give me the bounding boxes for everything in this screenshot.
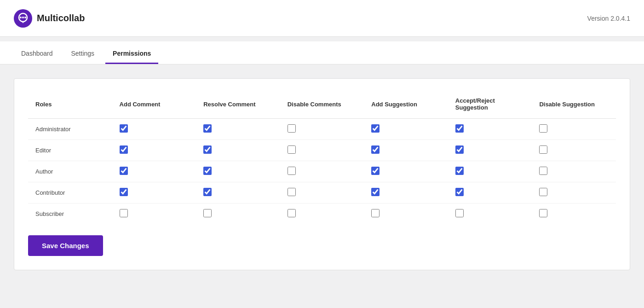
perm-cell-contributor-add_comment xyxy=(112,182,196,203)
checkbox-subscriber-disable_suggestion[interactable] xyxy=(539,209,547,217)
permissions-card: Roles Add Comment Resolve Comment Disabl… xyxy=(14,78,630,270)
checkbox-administrator-disable_suggestion[interactable] xyxy=(539,124,547,133)
checkbox-administrator-accept_reject_suggestion[interactable] xyxy=(455,124,464,133)
checkbox-author-accept_reject_suggestion[interactable] xyxy=(455,167,464,175)
checkbox-author-resolve_comment[interactable] xyxy=(203,167,212,175)
checkbox-administrator-resolve_comment[interactable] xyxy=(203,124,212,133)
perm-cell-administrator-accept_reject_suggestion xyxy=(448,119,532,140)
perm-cell-contributor-disable_suggestion xyxy=(532,182,616,203)
checkbox-editor-accept_reject_suggestion[interactable] xyxy=(455,145,464,154)
checkbox-subscriber-resolve_comment[interactable] xyxy=(203,209,212,217)
checkbox-contributor-add_comment[interactable] xyxy=(120,188,128,196)
table-row: Contributor xyxy=(28,182,616,203)
perm-cell-editor-accept_reject_suggestion xyxy=(448,140,532,161)
tab-settings[interactable]: Settings xyxy=(64,44,102,64)
checkbox-editor-disable_suggestion[interactable] xyxy=(539,145,547,154)
perm-cell-author-disable_comments xyxy=(280,161,364,182)
svg-point-3 xyxy=(22,17,24,18)
checkbox-subscriber-add_suggestion[interactable] xyxy=(371,209,380,217)
perm-cell-administrator-add_comment xyxy=(112,119,196,140)
checkbox-contributor-add_suggestion[interactable] xyxy=(371,188,380,196)
perm-cell-contributor-accept_reject_suggestion xyxy=(448,182,532,203)
permissions-table: Roles Add Comment Resolve Comment Disabl… xyxy=(28,93,616,224)
save-changes-button[interactable]: Save Changes xyxy=(28,235,103,256)
perm-cell-editor-resolve_comment xyxy=(196,140,280,161)
checkbox-author-add_suggestion[interactable] xyxy=(371,167,380,175)
table-row: Administrator xyxy=(28,119,616,140)
checkbox-contributor-disable_comments[interactable] xyxy=(288,188,296,196)
checkbox-editor-add_suggestion[interactable] xyxy=(371,145,380,154)
logo-container: Multicollab xyxy=(14,9,85,28)
col-header-add-comment: Add Comment xyxy=(112,93,196,119)
checkbox-contributor-disable_suggestion[interactable] xyxy=(539,188,547,196)
svg-point-2 xyxy=(20,17,22,18)
perm-cell-author-add_comment xyxy=(112,161,196,182)
perm-cell-subscriber-accept_reject_suggestion xyxy=(448,203,532,225)
table-row: Author xyxy=(28,161,616,182)
checkbox-contributor-resolve_comment[interactable] xyxy=(203,188,212,196)
tab-dashboard[interactable]: Dashboard xyxy=(14,44,60,64)
perm-cell-administrator-add_suggestion xyxy=(364,119,448,140)
role-label-author: Author xyxy=(28,161,112,182)
checkbox-author-disable_comments[interactable] xyxy=(288,167,296,175)
perm-cell-contributor-disable_comments xyxy=(280,182,364,203)
col-header-resolve-comment: Resolve Comment xyxy=(196,93,280,119)
checkbox-administrator-add_suggestion[interactable] xyxy=(371,124,380,133)
perm-cell-author-disable_suggestion xyxy=(532,161,616,182)
table-row: Subscriber xyxy=(28,203,616,225)
checkbox-subscriber-accept_reject_suggestion[interactable] xyxy=(455,209,464,217)
perm-cell-subscriber-disable_comments xyxy=(280,203,364,225)
col-header-add-suggestion: Add Suggestion xyxy=(364,93,448,119)
checkbox-editor-disable_comments[interactable] xyxy=(288,145,296,154)
checkbox-editor-resolve_comment[interactable] xyxy=(203,145,212,154)
perm-cell-editor-disable_suggestion xyxy=(532,140,616,161)
checkbox-subscriber-disable_comments[interactable] xyxy=(288,209,296,217)
perm-cell-subscriber-add_comment xyxy=(112,203,196,225)
perm-cell-author-add_suggestion xyxy=(364,161,448,182)
checkbox-contributor-accept_reject_suggestion[interactable] xyxy=(455,188,464,196)
perm-cell-administrator-disable_comments xyxy=(280,119,364,140)
perm-cell-contributor-resolve_comment xyxy=(196,182,280,203)
perm-cell-subscriber-disable_suggestion xyxy=(532,203,616,225)
col-header-accept-reject-suggestion: Accept/RejectSuggestion xyxy=(448,93,532,119)
checkbox-administrator-add_comment[interactable] xyxy=(120,124,128,133)
perm-cell-editor-add_comment xyxy=(112,140,196,161)
perm-cell-editor-disable_comments xyxy=(280,140,364,161)
logo-icon xyxy=(14,9,32,28)
table-header-row: Roles Add Comment Resolve Comment Disabl… xyxy=(28,93,616,119)
checkbox-author-add_comment[interactable] xyxy=(120,167,128,175)
main-content: Roles Add Comment Resolve Comment Disabl… xyxy=(0,64,644,284)
role-label-administrator: Administrator xyxy=(28,119,112,140)
checkbox-editor-add_comment[interactable] xyxy=(120,145,128,154)
col-header-disable-suggestion: Disable Suggestion xyxy=(532,93,616,119)
app-name: Multicollab xyxy=(37,13,85,23)
perm-cell-contributor-add_suggestion xyxy=(364,182,448,203)
role-label-subscriber: Subscriber xyxy=(28,203,112,225)
perm-cell-author-resolve_comment xyxy=(196,161,280,182)
perm-cell-author-accept_reject_suggestion xyxy=(448,161,532,182)
version-label: Version 2.0.4.1 xyxy=(587,15,630,22)
tab-permissions[interactable]: Permissions xyxy=(105,44,158,64)
perm-cell-subscriber-resolve_comment xyxy=(196,203,280,225)
nav-bar: Dashboard Settings Permissions xyxy=(0,41,644,64)
perm-cell-editor-add_suggestion xyxy=(364,140,448,161)
checkbox-administrator-disable_comments[interactable] xyxy=(288,124,296,133)
svg-point-4 xyxy=(24,17,26,18)
role-label-contributor: Contributor xyxy=(28,182,112,203)
col-header-roles: Roles xyxy=(28,93,112,119)
col-header-disable-comments: Disable Comments xyxy=(280,93,364,119)
perm-cell-administrator-resolve_comment xyxy=(196,119,280,140)
perm-cell-subscriber-add_suggestion xyxy=(364,203,448,225)
role-label-editor: Editor xyxy=(28,140,112,161)
checkbox-author-disable_suggestion[interactable] xyxy=(539,167,547,175)
checkbox-subscriber-add_comment[interactable] xyxy=(120,209,128,217)
app-header: Multicollab Version 2.0.4.1 xyxy=(0,0,644,37)
perm-cell-administrator-disable_suggestion xyxy=(532,119,616,140)
table-row: Editor xyxy=(28,140,616,161)
